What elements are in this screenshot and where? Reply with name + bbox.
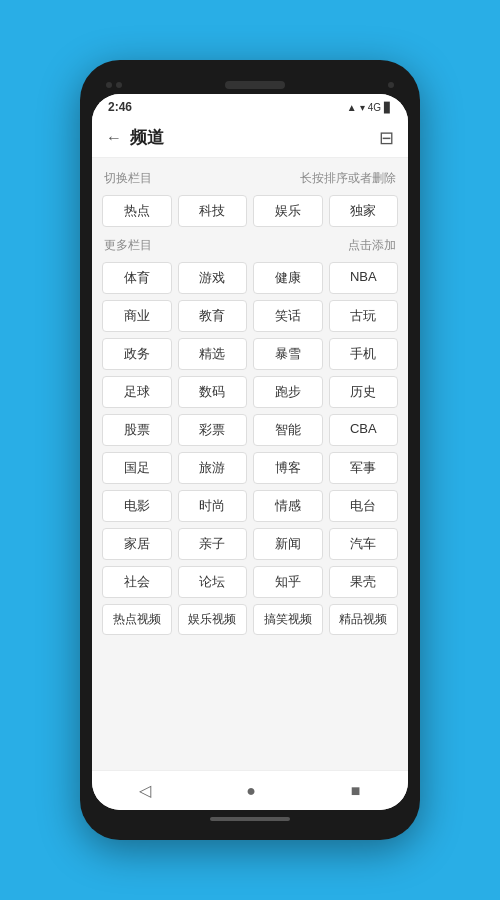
more-tags-row-8: 家居 亲子 新闻 汽车 (102, 528, 398, 560)
speaker (225, 81, 285, 89)
tag-nba[interactable]: NBA (329, 262, 399, 294)
more-tags-row-9: 社会 论坛 知乎 果壳 (102, 566, 398, 598)
header-left: ← 频道 (106, 126, 164, 149)
tag-society[interactable]: 社会 (102, 566, 172, 598)
active-section-label: 切换栏目 (104, 170, 152, 187)
tag-mobile[interactable]: 手机 (329, 338, 399, 370)
sensor-dot (116, 82, 122, 88)
more-tags-row-4: 足球 数码 跑步 历史 (102, 376, 398, 408)
tag-hotspot[interactable]: 热点 (102, 195, 172, 227)
status-time: 2:46 (108, 100, 132, 114)
more-tags-row-10: 热点视频 娱乐视频 搞笑视频 精品视频 (102, 604, 398, 635)
tag-stocks[interactable]: 股票 (102, 414, 172, 446)
tag-jokes[interactable]: 笑话 (253, 300, 323, 332)
tag-lottery[interactable]: 彩票 (178, 414, 248, 446)
tag-cba[interactable]: CBA (329, 414, 399, 446)
more-section-header: 更多栏目 点击添加 (102, 233, 398, 258)
page-title: 频道 (130, 126, 164, 149)
tag-home[interactable]: 家居 (102, 528, 172, 560)
tag-hot-video[interactable]: 热点视频 (102, 604, 172, 635)
header: ← 频道 ⊟ (92, 118, 408, 158)
network-icon: 4G (368, 102, 381, 113)
front-camera (388, 82, 394, 88)
tag-blog[interactable]: 博客 (253, 452, 323, 484)
nav-recent-button[interactable]: ■ (351, 782, 361, 800)
tag-parenting[interactable]: 亲子 (178, 528, 248, 560)
tag-radio[interactable]: 电台 (329, 490, 399, 522)
tag-business[interactable]: 商业 (102, 300, 172, 332)
tag-football[interactable]: 足球 (102, 376, 172, 408)
tag-funny-video[interactable]: 搞笑视频 (253, 604, 323, 635)
status-icons: ▲ ▾ 4G ▊ (347, 102, 392, 113)
nav-bar: ◁ ● ■ (92, 770, 408, 810)
tag-education[interactable]: 教育 (178, 300, 248, 332)
tag-sports[interactable]: 体育 (102, 262, 172, 294)
tag-digital[interactable]: 数码 (178, 376, 248, 408)
signal-icon: ▲ (347, 102, 357, 113)
tag-zhihu[interactable]: 知乎 (253, 566, 323, 598)
tag-running[interactable]: 跑步 (253, 376, 323, 408)
wifi-icon: ▾ (360, 102, 365, 113)
more-section-action: 点击添加 (348, 237, 396, 254)
tag-forum[interactable]: 论坛 (178, 566, 248, 598)
back-button[interactable]: ← (106, 129, 122, 147)
phone-top-bar (92, 72, 408, 94)
more-tags-row-2: 商业 教育 笑话 古玩 (102, 300, 398, 332)
tag-entertainment[interactable]: 娱乐 (253, 195, 323, 227)
tag-entertainment-video[interactable]: 娱乐视频 (178, 604, 248, 635)
tag-tech[interactable]: 科技 (178, 195, 248, 227)
tag-selected[interactable]: 精选 (178, 338, 248, 370)
tag-health[interactable]: 健康 (253, 262, 323, 294)
tag-national-team[interactable]: 国足 (102, 452, 172, 484)
tag-quality-video[interactable]: 精品视频 (329, 604, 399, 635)
content-area: 切换栏目 长按排序或者删除 热点 科技 娱乐 独家 更多栏目 点击添加 体育 游… (92, 158, 408, 770)
tag-antiques[interactable]: 古玩 (329, 300, 399, 332)
more-tags-row-7: 电影 时尚 情感 电台 (102, 490, 398, 522)
active-tags-grid: 热点 科技 娱乐 独家 (102, 195, 398, 227)
tag-travel[interactable]: 旅游 (178, 452, 248, 484)
battery-icon: ▊ (384, 102, 392, 113)
tag-car[interactable]: 汽车 (329, 528, 399, 560)
tag-games[interactable]: 游戏 (178, 262, 248, 294)
tag-fashion[interactable]: 时尚 (178, 490, 248, 522)
tag-exclusive[interactable]: 独家 (329, 195, 399, 227)
tag-politics[interactable]: 政务 (102, 338, 172, 370)
tag-blizzard[interactable]: 暴雪 (253, 338, 323, 370)
tag-guoke[interactable]: 果壳 (329, 566, 399, 598)
status-bar: 2:46 ▲ ▾ 4G ▊ (92, 94, 408, 118)
more-tags-row-1: 体育 游戏 健康 NBA (102, 262, 398, 294)
tag-smart[interactable]: 智能 (253, 414, 323, 446)
save-button[interactable]: ⊟ (379, 127, 394, 149)
phone-frame: 2:46 ▲ ▾ 4G ▊ ← 频道 ⊟ 切换栏目 长按排序或者删除 (80, 60, 420, 840)
camera-group (106, 82, 122, 88)
nav-back-button[interactable]: ◁ (139, 781, 151, 800)
tag-movie[interactable]: 电影 (102, 490, 172, 522)
tag-news[interactable]: 新闻 (253, 528, 323, 560)
tag-history[interactable]: 历史 (329, 376, 399, 408)
more-tags-row-5: 股票 彩票 智能 CBA (102, 414, 398, 446)
tag-emotion[interactable]: 情感 (253, 490, 323, 522)
tag-military[interactable]: 军事 (329, 452, 399, 484)
more-section-label: 更多栏目 (104, 237, 152, 254)
camera-dot (106, 82, 112, 88)
active-section-action: 长按排序或者删除 (300, 170, 396, 187)
home-indicator (210, 817, 290, 821)
phone-bottom (92, 810, 408, 828)
active-section-header: 切换栏目 长按排序或者删除 (102, 166, 398, 191)
more-tags-row-3: 政务 精选 暴雪 手机 (102, 338, 398, 370)
more-tags-row-6: 国足 旅游 博客 军事 (102, 452, 398, 484)
screen: 2:46 ▲ ▾ 4G ▊ ← 频道 ⊟ 切换栏目 长按排序或者删除 (92, 94, 408, 810)
nav-home-button[interactable]: ● (246, 782, 256, 800)
